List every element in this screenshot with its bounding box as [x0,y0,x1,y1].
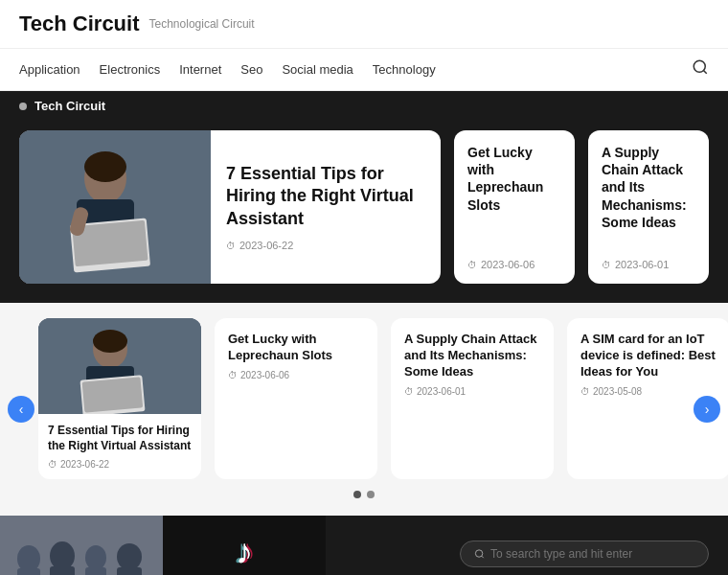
bottom-section: ♪ ♪ ♪ ♪ [0,516,728,575]
featured-main-title: 7 Essential Tips for Hiring the Right Vi… [226,163,425,230]
site-subtitle: Technological Circuit [149,17,255,31]
bottom-image-crowd [0,516,163,575]
bottom-search-box[interactable] [460,540,709,567]
svg-rect-21 [85,567,106,575]
bottom-images: ♪ ♪ ♪ ♪ [0,516,345,575]
carousel-next-button[interactable]: › [694,396,720,423]
carousel-item-2-title: A Supply Chain Attack and Its Mechanisms… [404,332,540,380]
carousel-item-0-date: 2023-06-22 [48,459,192,470]
bottom-search-icon [474,548,485,560]
bottom-image-tiktok: ♪ ♪ ♪ ♪ [163,516,326,575]
featured-main-date: 2023-06-22 [226,240,425,251]
featured-row: 7 Essential Tips for Hiring the Right Vi… [0,121,728,303]
clock-icon [226,240,236,251]
nav-seo[interactable]: Seo [240,62,262,77]
main-nav: Application Electronics Internet Seo Soc… [0,49,728,91]
carousel-dots [0,491,728,506]
bottom-search-area [345,516,728,575]
clock-icon-3 [602,259,611,270]
clock-icon-2 [467,259,477,270]
carousel-item-3-date: 2023-05-08 [580,386,717,397]
carousel-item-1-date: 2023-06-06 [228,370,364,380]
featured-card-1[interactable]: Get Lucky with Leprechaun Slots 2023-06-… [454,130,575,284]
carousel-item-1-title: Get Lucky with Leprechaun Slots [228,332,364,364]
carousel-item-3-title: A SIM card for an IoT device is defined:… [580,332,717,380]
carousel-section: ‹ 7 Essential Tips for Hiring the Righ [0,303,728,516]
svg-point-18 [50,541,75,570]
featured-card-2-date: 2023-06-01 [602,259,695,270]
bottom-search-input[interactable] [490,547,694,561]
nav-electronics[interactable]: Electronics [100,62,161,77]
carousel-item-2[interactable]: A Supply Chain Attack and Its Mechanisms… [391,318,554,479]
nav-internet[interactable]: Internet [179,62,221,77]
svg-point-22 [117,543,142,570]
featured-card-1-title: Get Lucky with Leprechaun Slots [467,144,561,214]
carousel-inner: 7 Essential Tips for Hiring the Right Vi… [0,318,728,479]
dot-1[interactable] [353,491,361,498]
carousel-item-0-image [38,318,201,414]
svg-line-30 [482,556,484,558]
clock-icon-5 [228,370,238,380]
carousel-item-0-title: 7 Essential Tips for Hiring the Right Vi… [48,424,192,453]
section-dot [19,103,27,110]
svg-point-20 [85,545,106,570]
featured-card-1-date: 2023-06-06 [467,259,561,270]
featured-main-content: 7 Essential Tips for Hiring the Right Vi… [211,130,441,284]
svg-point-0 [694,60,705,72]
svg-rect-23 [117,567,142,575]
section-label-text: Tech Circuit [34,99,105,113]
site-header: Tech Circuit Technological Circuit [0,0,728,49]
carousel-item-2-date: 2023-06-01 [404,386,540,397]
svg-rect-17 [17,568,40,575]
clock-icon-4 [48,459,57,470]
svg-point-4 [84,151,126,182]
featured-main-image [19,130,211,284]
featured-card-2[interactable]: A Supply Chain Attack and Its Mechanisms… [588,130,709,284]
svg-point-11 [93,330,127,353]
nav-search-button[interactable] [692,58,709,80]
nav-application[interactable]: Application [19,62,80,77]
featured-card-2-title: A Supply Chain Attack and Its Mechanisms… [602,144,695,231]
svg-point-16 [17,545,40,572]
svg-rect-19 [50,566,75,575]
svg-text:♪: ♪ [236,532,253,571]
section-label-bar: Tech Circuit [0,91,728,121]
dot-2[interactable] [367,491,375,498]
nav-social-media[interactable]: Social media [282,62,353,77]
carousel-item-0[interactable]: 7 Essential Tips for Hiring the Right Vi… [38,318,201,479]
svg-point-29 [475,550,482,557]
site-title: Tech Circuit [19,12,140,36]
svg-line-1 [703,70,706,73]
nav-links: Application Electronics Internet Seo Soc… [19,62,436,77]
featured-main-card[interactable]: 7 Essential Tips for Hiring the Right Vi… [19,130,441,284]
nav-technology[interactable]: Technology [373,62,436,77]
carousel-item-1[interactable]: Get Lucky with Leprechaun Slots 2023-06-… [215,318,377,479]
clock-icon-7 [580,386,590,397]
svg-rect-14 [82,377,144,412]
carousel-item-0-body: 7 Essential Tips for Hiring the Right Vi… [38,414,201,479]
clock-icon-6 [404,386,414,397]
carousel-prev-button[interactable]: ‹ [8,396,34,423]
